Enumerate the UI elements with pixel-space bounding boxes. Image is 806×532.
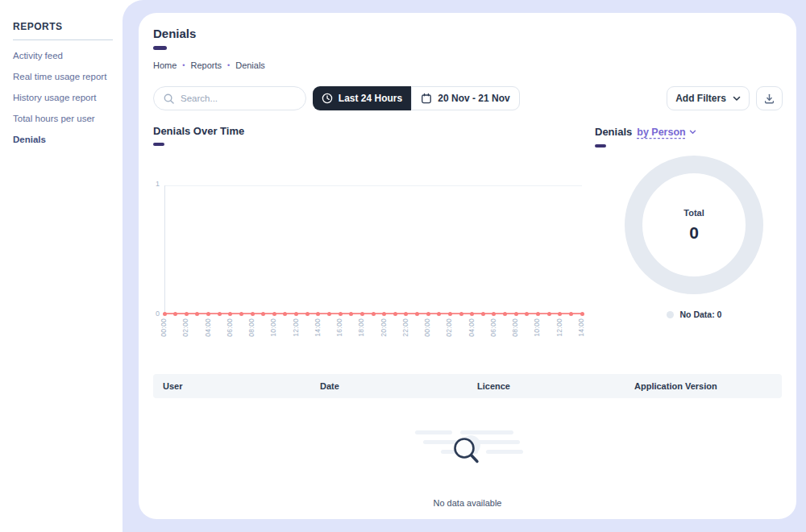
line-chart-accent-bar [153,143,164,146]
date-range-label: 20 Nov - 21 Nov [438,93,509,104]
breadcrumb-item-home[interactable]: Home [153,60,177,70]
data-point [305,312,310,316]
data-point [404,312,408,316]
data-point [437,312,441,316]
data-point [185,312,189,316]
donut-legend: No Data: 0 [625,310,763,319]
data-point [382,312,386,316]
sidebar-item-real-time-usage-report[interactable]: Real time usage report [13,72,106,82]
x-tick-label: 04:00 [467,318,476,337]
donut-total-value: 0 [689,223,699,243]
data-point [327,312,331,316]
donut-chart-title: Denials [595,126,632,138]
denials-over-time-plot [164,185,582,314]
table-empty-state: No data available [153,416,782,508]
page-title: Denials [153,27,196,40]
data-point [525,312,529,316]
data-point [558,312,562,316]
y-axis-tick-1: 1 [139,180,160,188]
download-icon [763,93,775,105]
no-data-message: No data available [433,498,501,508]
data-point [448,312,452,316]
denials-report-card: Denials Home•Reports•Denials Last 24 Hou… [139,13,796,519]
search-input-wrapper[interactable] [153,86,306,110]
column-header-application-version: Application Version [625,381,782,391]
sidebar-item-activity-feed[interactable]: Activity feed [13,51,106,61]
magnifier-icon [450,435,485,469]
data-point [316,312,320,316]
sidebar-item-denials[interactable]: Denials [13,135,106,145]
x-tick-label: 12:00 [292,318,300,337]
x-tick-label: 02:00 [445,318,453,337]
data-point [218,312,222,316]
data-point [283,312,287,316]
title-accent-bar [153,46,167,50]
donut-chart-accent-bar [595,144,606,148]
data-point [239,312,243,316]
column-header-user: User [153,381,310,391]
date-range-button[interactable]: 20 Nov - 21 Nov [411,86,520,110]
search-input[interactable] [181,94,293,103]
data-point [580,312,584,316]
x-tick-label: 10:00 [533,318,541,337]
x-tick-label: 22:00 [401,318,409,337]
x-tick-label: 12:00 [555,318,563,337]
sidebar-divider [13,39,113,40]
data-point [173,312,177,316]
data-point [349,312,353,316]
x-tick-label: 08:00 [511,318,519,337]
sidebar-item-history-usage-report[interactable]: History usage report [13,93,106,103]
donut-chart-header: Denials by Person [595,126,696,138]
content-background: Denials Home•Reports•Denials Last 24 Hou… [123,0,806,532]
data-point [360,312,364,316]
x-tick-label: 00:00 [423,318,431,337]
breadcrumb-separator: • [182,61,185,69]
data-point [261,312,265,316]
data-point [415,312,419,316]
donut-center: Total 0 [625,156,763,294]
x-tick-label: 06:00 [226,318,234,337]
y-axis-line [164,185,165,314]
line-chart-title: Denials Over Time [153,125,244,137]
data-point [492,312,496,316]
breadcrumb-item-reports[interactable]: Reports [191,60,222,70]
x-tick-label: 02:00 [181,318,189,337]
last-24-hours-button[interactable]: Last 24 Hours [313,86,411,110]
clock-icon [322,93,333,104]
data-point [481,312,485,316]
data-point [272,312,276,316]
search-icon [164,94,174,104]
app-window: REPORTS Activity feedReal time usage rep… [0,0,806,532]
y-axis-tick-0: 0 [139,310,160,318]
export-download-button[interactable] [756,86,783,110]
sidebar-heading: REPORTS [13,21,63,32]
x-tick-label: 18:00 [357,318,365,337]
data-point [536,312,540,316]
x-tick-label: 04:00 [204,318,212,337]
skeleton-bar [415,430,452,434]
x-tick-label: 16:00 [335,318,343,337]
time-range-segmented-control: Last 24 Hours 20 Nov - 21 Nov [313,86,520,110]
data-point [251,312,255,316]
data-point [459,312,463,316]
data-point [228,312,232,316]
data-point [547,312,551,316]
x-tick-label: 08:00 [247,318,256,337]
gridline-y1 [164,185,582,186]
chevron-down-icon [733,96,741,102]
chevron-down-icon [689,130,696,135]
breadcrumb-item-denials[interactable]: Denials [235,60,265,70]
data-point [514,312,518,316]
data-point [339,312,343,316]
legend-no-data-dot [667,311,674,318]
x-tick-label: 20:00 [380,318,388,337]
donut-total-label: Total [683,208,704,218]
calendar-icon [421,93,432,104]
x-axis-labels: 00:0002:0004:0006:0008:0010:0012:0014:00… [164,318,582,346]
sidebar-item-total-hours-per-user[interactable]: Total hours per user [13,114,106,124]
group-by-selector[interactable]: by Person [637,127,696,138]
add-filters-button[interactable]: Add Filters [667,86,750,110]
data-point [163,312,167,316]
group-by-selector-label: by Person [637,127,685,138]
data-point [372,312,376,316]
